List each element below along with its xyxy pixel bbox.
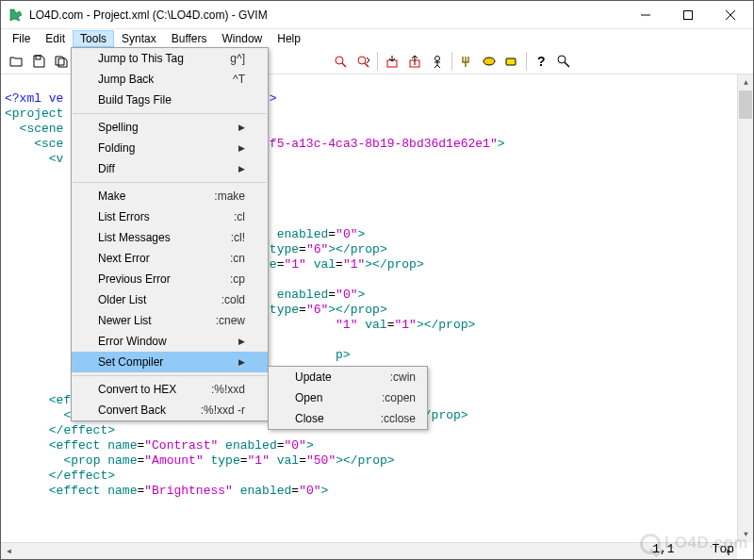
menu-next-error[interactable]: Next Error:cn bbox=[72, 248, 268, 269]
menu-jump-to-tag[interactable]: Jump to This Tagg^] bbox=[72, 48, 268, 69]
svg-rect-1 bbox=[683, 10, 692, 19]
find-prev-icon[interactable] bbox=[330, 51, 351, 72]
submenu-update[interactable]: Update:cwin bbox=[269, 367, 438, 387]
menubar: File Edit Tools Syntax Buffers Window He… bbox=[1, 29, 753, 48]
menu-edit[interactable]: Edit bbox=[38, 30, 73, 47]
svg-point-15 bbox=[484, 58, 495, 65]
menu-window[interactable]: Window bbox=[215, 30, 270, 47]
find-help-icon[interactable] bbox=[553, 51, 574, 72]
tools-dropdown: Jump to This Tagg^] Jump Back^T Build Ta… bbox=[71, 47, 269, 421]
toolbar-separator bbox=[451, 52, 452, 71]
chevron-right-icon: ▶ bbox=[238, 357, 245, 367]
vertical-scrollbar[interactable]: ▲ ▼ bbox=[737, 74, 753, 542]
tags-icon[interactable] bbox=[501, 51, 522, 72]
menu-separator bbox=[73, 375, 267, 376]
load-session-icon[interactable] bbox=[382, 51, 402, 72]
menu-previous-error[interactable]: Previous Error:cp bbox=[72, 269, 268, 289]
submenu-close[interactable]: Close:cclose bbox=[269, 408, 438, 429]
chevron-right-icon: ▶ bbox=[238, 123, 245, 132]
menu-spelling[interactable]: Spelling▶ bbox=[72, 117, 268, 138]
toolbar-separator bbox=[526, 52, 527, 71]
menu-buffers[interactable]: Buffers bbox=[164, 30, 215, 47]
menu-separator bbox=[73, 182, 267, 183]
chevron-right-icon: ▶ bbox=[238, 164, 245, 173]
save-session-icon[interactable] bbox=[404, 51, 425, 72]
svg-line-19 bbox=[565, 62, 569, 67]
svg-point-8 bbox=[336, 57, 343, 64]
shell-icon[interactable] bbox=[479, 51, 500, 72]
menu-build-tags[interactable]: Build Tags File bbox=[72, 90, 268, 110]
open-icon[interactable] bbox=[6, 51, 26, 72]
menu-jump-back[interactable]: Jump Back^T bbox=[72, 69, 268, 90]
svg-point-10 bbox=[358, 57, 366, 64]
menu-make[interactable]: Make:make bbox=[72, 186, 268, 206]
chevron-right-icon: ▶ bbox=[238, 143, 245, 153]
menu-error-window[interactable]: Error Window▶ bbox=[72, 331, 268, 352]
svg-point-14 bbox=[435, 56, 440, 60]
maximize-button[interactable] bbox=[666, 2, 709, 28]
svg-line-9 bbox=[342, 63, 346, 67]
titlebar: LO4D.com - Project.xml (C:\LO4D.com) - G… bbox=[1, 1, 753, 29]
svg-rect-4 bbox=[36, 56, 41, 59]
menu-folding[interactable]: Folding▶ bbox=[72, 138, 268, 158]
menu-syntax[interactable]: Syntax bbox=[114, 30, 164, 47]
minimize-button[interactable] bbox=[624, 2, 666, 28]
save-icon[interactable] bbox=[28, 51, 49, 72]
run-script-icon[interactable] bbox=[427, 51, 448, 72]
menu-newer-list[interactable]: Newer List:cnew bbox=[72, 310, 268, 331]
menu-tools[interactable]: Tools bbox=[73, 30, 114, 47]
close-button[interactable] bbox=[709, 2, 751, 28]
set-compiler-submenu: Update:cwin Open:copen Close:cclose bbox=[268, 366, 428, 430]
window-controls bbox=[624, 2, 751, 28]
make-icon[interactable] bbox=[456, 51, 477, 72]
help-icon[interactable]: ? bbox=[531, 51, 551, 72]
svg-rect-16 bbox=[506, 58, 516, 65]
scroll-thumb[interactable] bbox=[739, 91, 752, 119]
menu-list-errors[interactable]: List Errors:cl bbox=[72, 206, 268, 227]
find-next-icon[interactable] bbox=[352, 51, 373, 72]
menu-older-list[interactable]: Older List:cold bbox=[72, 289, 268, 310]
submenu-open[interactable]: Open:copen bbox=[269, 387, 438, 408]
svg-text:?: ? bbox=[537, 54, 546, 69]
watermark: LO4D.com bbox=[640, 534, 748, 554]
menu-diff[interactable]: Diff▶ bbox=[72, 158, 268, 179]
svg-point-18 bbox=[558, 56, 566, 63]
menu-convert-back[interactable]: Convert Back:%!xxd -r bbox=[72, 400, 268, 420]
scroll-up-icon[interactable]: ▲ bbox=[738, 74, 753, 91]
chevron-right-icon: ▶ bbox=[238, 337, 245, 346]
menu-separator bbox=[73, 113, 267, 114]
menu-list-messages[interactable]: List Messages:cl! bbox=[72, 227, 268, 248]
menu-help[interactable]: Help bbox=[270, 30, 308, 47]
save-all-icon[interactable] bbox=[51, 51, 72, 72]
app-icon bbox=[8, 8, 24, 23]
scroll-left-icon[interactable]: ◀ bbox=[1, 543, 17, 559]
menu-set-compiler[interactable]: Set Compiler▶ bbox=[72, 352, 268, 372]
horizontal-scrollbar[interactable]: ◀ ▶ bbox=[1, 542, 737, 559]
menu-convert-to-hex[interactable]: Convert to HEX:%!xxd bbox=[72, 379, 268, 400]
svg-line-11 bbox=[365, 63, 369, 67]
window-title: LO4D.com - Project.xml (C:\LO4D.com) - G… bbox=[29, 8, 624, 22]
toolbar-separator bbox=[377, 52, 378, 71]
menu-file[interactable]: File bbox=[5, 30, 38, 47]
